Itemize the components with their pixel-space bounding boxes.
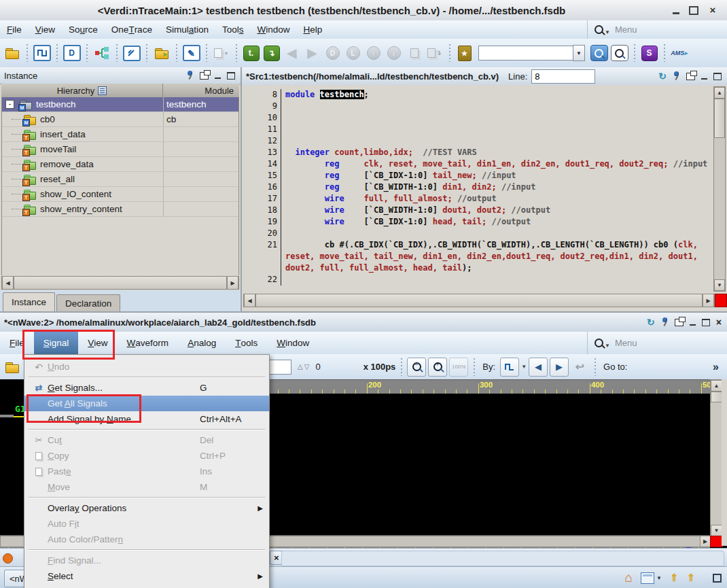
scroll-down-icon[interactable]: ▼: [711, 525, 722, 536]
scroll-right-icon[interactable]: ▶: [227, 276, 238, 290]
find-zoom-icon[interactable]: [610, 44, 628, 63]
menu-simulation[interactable]: Simulation: [159, 20, 215, 39]
raise-all-icon[interactable]: ⇑: [686, 572, 695, 584]
raise-window-icon[interactable]: ⇑: [670, 572, 679, 584]
search-backward-icon[interactable]: ◀: [529, 358, 548, 377]
menu-signal[interactable]: Signal: [34, 332, 79, 354]
new-source-window-icon[interactable]: [122, 44, 141, 63]
minimize-icon[interactable]: [673, 6, 679, 14]
verdi-coverage-icon[interactable]: S: [640, 44, 658, 63]
hierarchy-column-header[interactable]: Hierarchy: [1, 84, 163, 97]
maximize-panel-icon[interactable]: [713, 73, 722, 80]
search-forward-icon[interactable]: ▶: [550, 358, 569, 377]
chevron-down-icon[interactable]: ▼: [521, 364, 527, 370]
code-line[interactable]: 22: [242, 274, 727, 286]
detach-window-icon[interactable]: [675, 319, 684, 326]
code-line[interactable]: 15 reg [`CB_IDX-1:0] tail_new; //input: [242, 170, 727, 181]
edit-annotation-icon[interactable]: ✎: [182, 44, 200, 63]
new-waveform-icon[interactable]: [33, 44, 51, 63]
zoom-out-icon[interactable]: −: [407, 358, 426, 377]
menu-search[interactable]: ▼ Menu: [587, 332, 720, 354]
bookmark-icon[interactable]: ★: [455, 44, 474, 63]
pin-icon[interactable]: [661, 317, 669, 327]
open-database-icon[interactable]: [3, 358, 21, 376]
hierarchy-row-show_IO_content[interactable]: Tshow_IO_content: [2, 187, 238, 202]
code-line[interactable]: 9: [242, 101, 727, 112]
menu-tools[interactable]: Tools: [226, 332, 267, 354]
detach-window-icon[interactable]: [686, 73, 695, 80]
time-ruler[interactable]: 200300400500: [264, 379, 710, 395]
toolbar-search-combo[interactable]: ▼: [478, 45, 585, 61]
expander-icon[interactable]: -: [5, 100, 14, 109]
code-line[interactable]: 16 reg [`CB_WIDTH-1:0] din1, din2; //inp…: [242, 181, 727, 193]
scroll-up-icon[interactable]: ▲: [711, 380, 722, 392]
waveform-canvas[interactable]: [264, 394, 710, 519]
code-line[interactable]: 14 reg clk, reset, move_tail, din1_en, d…: [242, 158, 727, 170]
code-line[interactable]: 11: [242, 124, 727, 135]
scroll-up-icon[interactable]: ▲: [714, 87, 725, 99]
code-line[interactable]: 19 wire [`CB_IDX-1:0] head, tail; //outp…: [242, 216, 727, 228]
trace-load-icon[interactable]: ↴: [262, 44, 281, 63]
minimize-panel-icon[interactable]: [701, 73, 707, 80]
minimize-panel-icon[interactable]: [215, 72, 221, 79]
ams-icon[interactable]: AMS▸: [670, 44, 688, 63]
source-vertical-scrollbar[interactable]: ▲ ▼: [713, 86, 726, 292]
menu-waveform[interactable]: Waveform: [118, 332, 179, 354]
line-number-input[interactable]: [531, 69, 595, 84]
search-by-signal-icon[interactable]: [500, 358, 519, 377]
menu-file[interactable]: File: [0, 332, 34, 354]
scroll-left-icon[interactable]: ◀: [2, 276, 14, 290]
reload-icon[interactable]: ↻: [658, 72, 667, 80]
new-hierarchy-icon[interactable]: [92, 44, 111, 63]
code-line[interactable]: 21 cb #(.CB_IDX(`CB_IDX),.CB_WIDTH(`CB_W…: [242, 239, 727, 251]
zoom-in-icon[interactable]: +: [428, 358, 447, 377]
time-spinner[interactable]: △▽: [298, 363, 311, 370]
hierarchy-row-remove_data[interactable]: Tremove_data: [2, 157, 238, 172]
menu-analog[interactable]: Analog: [178, 332, 226, 354]
scroll-right-icon[interactable]: ▶: [700, 536, 711, 547]
source-horizontal-scrollbar[interactable]: ◀ ▶: [243, 294, 715, 307]
code-line[interactable]: 18 wire [`CB_WIDTH-1:0] dout1, dout2; //…: [242, 205, 727, 216]
hierarchy-row-insert_data[interactable]: Tinsert_data: [2, 127, 238, 142]
menu-onetrace[interactable]: OneTrace: [105, 20, 159, 39]
close-icon[interactable]: ×: [708, 6, 717, 14]
menu-view[interactable]: View: [29, 20, 62, 39]
scroll-right-icon[interactable]: ▶: [703, 294, 714, 307]
minimize-panel-icon[interactable]: [690, 319, 696, 326]
menu-source[interactable]: Source: [62, 20, 105, 39]
menu-window[interactable]: Window: [267, 332, 319, 354]
tab-declaration[interactable]: Declaration: [56, 294, 120, 311]
code-line[interactable]: 10: [242, 112, 727, 124]
menu-item-select[interactable]: Select▶: [24, 568, 269, 584]
tab-instance[interactable]: Instance: [3, 292, 55, 311]
detach-window-icon[interactable]: [200, 72, 209, 80]
scroll-down-icon[interactable]: ▼: [714, 279, 725, 291]
scroll-left-icon[interactable]: ◀: [244, 294, 255, 307]
code-line[interactable]: 17 wire full, full_almost; //output: [242, 193, 727, 205]
code-line[interactable]: dout2, full, full_almost, head, tail);: [242, 262, 727, 274]
hierarchy-row-reset_all[interactable]: Treset_all: [2, 172, 238, 187]
pin-icon[interactable]: [186, 71, 194, 80]
close-icon[interactable]: ×: [716, 319, 722, 326]
menu-search[interactable]: ▼ Menu: [587, 20, 720, 39]
chevron-down-icon[interactable]: ▼: [573, 45, 585, 61]
menu-window[interactable]: Window: [250, 20, 296, 39]
hierarchy-row-moveTail[interactable]: TmoveTail: [2, 142, 238, 157]
menu-item-add-signal-by-name[interactable]: Add Signal by Name...Ctrl+Alt+A: [24, 411, 269, 427]
reload-icon[interactable]: ↻: [647, 318, 655, 326]
menu-help[interactable]: Help: [297, 20, 330, 39]
find-icon[interactable]: [590, 44, 608, 63]
maximize-icon[interactable]: [689, 6, 698, 15]
menu-view[interactable]: View: [78, 332, 117, 354]
maximize-panel-icon[interactable]: [702, 319, 710, 326]
new-schematic-icon[interactable]: D: [63, 44, 81, 63]
menu-file[interactable]: File: [0, 20, 29, 39]
menu-item-get-all-signals[interactable]: Get All Signals: [24, 396, 269, 411]
trace-driver-icon[interactable]: t.: [242, 44, 260, 63]
code-line[interactable]: reset, move_tail, tail_new, din1_en, din…: [242, 251, 727, 262]
menu-tools[interactable]: Tools: [215, 20, 251, 39]
fullscreen-icon[interactable]: [713, 574, 722, 583]
home-icon[interactable]: ⌂: [624, 572, 632, 584]
restore-session-icon[interactable]: ➤: [152, 44, 171, 63]
maximize-panel-icon[interactable]: [227, 72, 235, 80]
